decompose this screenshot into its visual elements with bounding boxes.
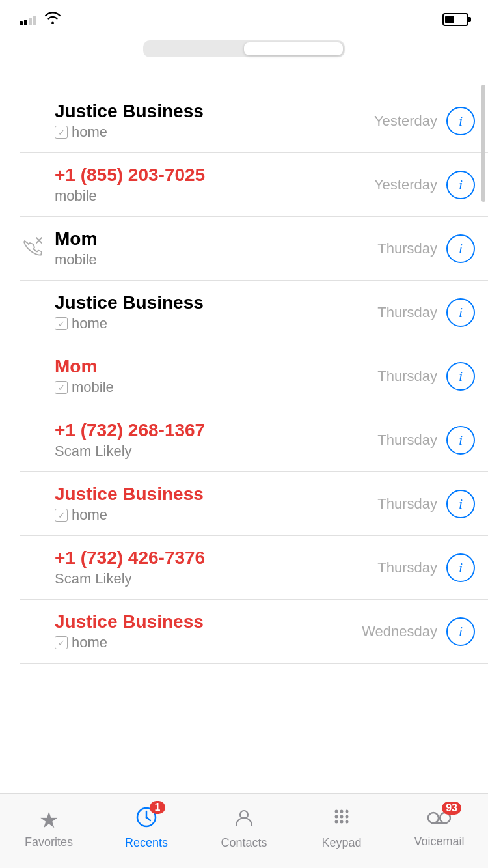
call-time-6: Thursday	[377, 432, 437, 449]
tab-keypad-label: Keypad	[321, 836, 361, 850]
tab-recents-label: Recents	[125, 836, 168, 850]
segment-all[interactable]	[145, 42, 244, 55]
checkbox-icon-9	[55, 636, 68, 649]
svg-point-12	[335, 820, 338, 823]
call-sub-6: Scam Likely	[55, 443, 377, 460]
call-name-5[interactable]: Mom	[55, 356, 377, 377]
call-info-8: +1 (732) 426-7376Scam Likely	[55, 548, 377, 587]
keypad-icon	[331, 806, 353, 833]
battery-icon	[442, 13, 468, 26]
info-button-7[interactable]: i	[446, 490, 475, 518]
tab-voicemail[interactable]: 93 Voicemail	[407, 807, 472, 848]
info-button-1[interactable]: i	[446, 107, 475, 135]
segment-control	[143, 40, 345, 57]
call-time-2: Yesterday	[374, 176, 437, 193]
checkbox-icon-4	[55, 317, 68, 330]
call-time-7: Thursday	[377, 496, 437, 512]
call-meta-6: Thursdayi	[377, 426, 475, 455]
call-icon-wrap-3	[20, 236, 46, 260]
call-meta-1: Yesterdayi	[374, 107, 475, 135]
page-title	[0, 65, 488, 89]
info-button-6[interactable]: i	[446, 426, 475, 455]
call-time-5: Thursday	[377, 368, 437, 385]
favorites-icon: ★	[39, 807, 59, 833]
call-meta-4: Thursdayi	[377, 298, 475, 327]
call-meta-2: Yesterdayi	[374, 171, 475, 199]
call-sub-2: mobile	[55, 188, 374, 204]
call-name-4[interactable]: Justice Business	[55, 292, 377, 313]
svg-point-7	[340, 809, 344, 813]
recents-badge: 1	[150, 801, 165, 814]
call-sub-8: Scam Likely	[55, 570, 377, 587]
call-time-1: Yesterday	[374, 113, 437, 130]
call-item-7: Justice BusinesshomeThursdayi	[0, 472, 488, 535]
recents-icon: 1	[135, 806, 157, 833]
call-item-2: +1 (855) 203-7025mobileYesterdayi	[0, 153, 488, 216]
checkbox-icon-5	[55, 381, 68, 394]
call-info-1: Justice Businesshome	[55, 101, 374, 141]
svg-point-15	[428, 813, 439, 823]
call-name-8[interactable]: +1 (732) 426-7376	[55, 548, 377, 568]
call-name-1[interactable]: Justice Business	[55, 101, 374, 122]
svg-point-6	[335, 809, 338, 813]
voicemail-icon: 93	[427, 807, 451, 832]
tab-contacts[interactable]: Contacts	[211, 806, 277, 850]
tab-contacts-label: Contacts	[221, 836, 267, 850]
status-left	[20, 11, 61, 28]
call-list: Justice BusinesshomeYesterdayi+1 (855) 2…	[0, 89, 488, 664]
call-meta-3: Thursdayi	[377, 234, 475, 263]
call-name-3[interactable]: Mom	[55, 229, 377, 249]
info-button-5[interactable]: i	[446, 362, 475, 391]
call-info-7: Justice Businesshome	[55, 484, 377, 524]
call-sub-3: mobile	[55, 251, 377, 268]
contacts-icon	[233, 806, 255, 833]
status-right	[437, 13, 468, 26]
svg-line-4	[146, 817, 150, 820]
signal-bars	[20, 14, 36, 25]
call-sub-5: mobile	[55, 379, 377, 396]
call-item-5: MommobileThursdayi	[0, 344, 488, 408]
svg-point-13	[340, 820, 344, 823]
info-button-3[interactable]: i	[446, 234, 475, 263]
call-info-4: Justice Businesshome	[55, 292, 377, 332]
svg-point-9	[335, 815, 338, 818]
call-time-3: Thursday	[377, 240, 437, 257]
tab-favorites-label: Favorites	[25, 835, 73, 849]
tab-keypad[interactable]: Keypad	[309, 806, 374, 850]
missed-call-icon	[22, 236, 43, 260]
call-info-9: Justice Businesshome	[55, 611, 362, 651]
svg-point-10	[340, 815, 344, 818]
call-name-6[interactable]: +1 (732) 268-1367	[55, 420, 377, 441]
call-time-9: Wednesday	[362, 623, 437, 640]
status-bar	[0, 0, 488, 35]
call-info-3: Mommobile	[55, 229, 377, 268]
call-sub-1: home	[55, 124, 374, 141]
info-button-9[interactable]: i	[446, 617, 475, 646]
tab-recents[interactable]: 1 Recents	[114, 806, 179, 850]
segment-missed[interactable]	[244, 42, 343, 55]
svg-point-14	[346, 820, 349, 823]
call-name-2[interactable]: +1 (855) 203-7025	[55, 165, 374, 186]
voicemail-badge: 93	[442, 802, 461, 815]
info-button-8[interactable]: i	[446, 553, 475, 582]
call-time-4: Thursday	[377, 304, 437, 321]
info-button-2[interactable]: i	[446, 171, 475, 199]
segment-control-wrap	[0, 35, 488, 65]
call-name-7[interactable]: Justice Business	[55, 484, 377, 505]
call-sub-9: home	[55, 634, 362, 651]
checkbox-icon-7	[55, 509, 68, 522]
call-item-1: Justice BusinesshomeYesterdayi	[0, 89, 488, 152]
info-button-4[interactable]: i	[446, 298, 475, 327]
tab-voicemail-label: Voicemail	[414, 835, 464, 848]
call-item-9: Justice BusinesshomeWednesdayi	[0, 600, 488, 663]
checkbox-icon-1	[55, 126, 68, 139]
call-item-3: MommobileThursdayi	[0, 217, 488, 280]
call-item-6: +1 (732) 268-1367Scam LikelyThursdayi	[0, 408, 488, 471]
call-name-9[interactable]: Justice Business	[55, 611, 362, 632]
svg-point-8	[346, 809, 349, 813]
call-sub-4: home	[55, 315, 377, 332]
tab-bar: ★ Favorites 1 Recents Contacts	[0, 793, 488, 868]
call-info-6: +1 (732) 268-1367Scam Likely	[55, 420, 377, 460]
tab-favorites[interactable]: ★ Favorites	[16, 807, 81, 849]
wifi-icon	[44, 11, 61, 28]
